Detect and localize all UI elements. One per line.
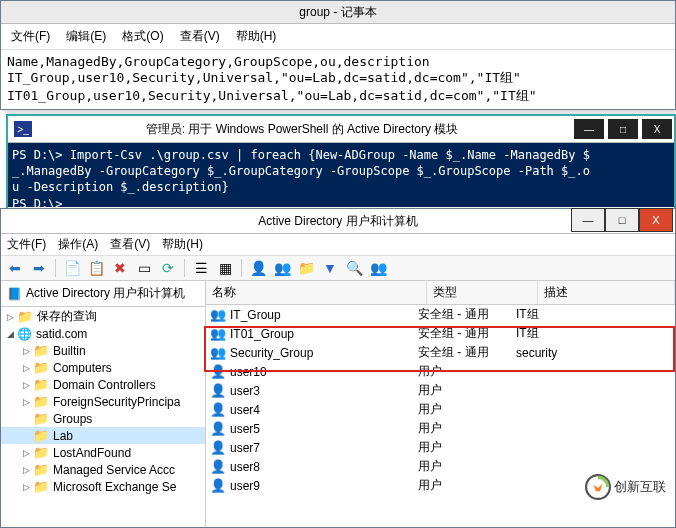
tree-saved-queries[interactable]: ▷ 📁 保存的查询 [1, 307, 205, 326]
cell-name: user8 [230, 460, 260, 474]
maximize-button[interactable]: □ [605, 208, 639, 232]
list-row[interactable]: 👤user4用户 [206, 400, 675, 419]
tree-computers[interactable]: ▷ 📁 Computers [1, 359, 205, 376]
group-icon: 👥 [210, 345, 226, 360]
expand-icon[interactable]: ▷ [23, 363, 33, 373]
new-ou-icon[interactable]: 📁 [296, 258, 316, 278]
aduc-menubar[interactable]: 文件(F) 操作(A) 查看(V) 帮助(H) [1, 234, 675, 256]
list-header[interactable]: 名称 类型 描述 [206, 281, 675, 305]
powershell-titlebar[interactable]: >_ 管理员: 用于 Windows PowerShell 的 Active D… [8, 116, 674, 143]
col-header-type[interactable]: 类型 [427, 281, 538, 304]
tree-label: Microsoft Exchange Se [53, 480, 176, 494]
list-row[interactable]: 👥IT01_Group安全组 - 通用IT组 [206, 324, 675, 343]
minimize-button[interactable]: — [571, 208, 605, 232]
powershell-content[interactable]: PS D:\> Import-Csv .\group.csv | foreach… [8, 143, 674, 207]
list-row[interactable]: 👤user5用户 [206, 419, 675, 438]
tree-label: 保存的查询 [37, 308, 97, 325]
menu-help[interactable]: 帮助(H) [232, 26, 281, 47]
aduc-win-buttons: — □ X [571, 208, 673, 232]
notepad-window: group - 记事本 文件(F) 编辑(E) 格式(O) 查看(V) 帮助(H… [0, 0, 676, 110]
menu-action[interactable]: 操作(A) [58, 236, 98, 253]
menu-view[interactable]: 查看(V) [176, 26, 224, 47]
list-row[interactable]: 👤user7用户 [206, 438, 675, 457]
tree-label: Builtin [53, 344, 86, 358]
expand-icon[interactable]: ▷ [23, 465, 33, 475]
tree-label: Lab [53, 429, 73, 443]
find-icon[interactable]: 🔍 [344, 258, 364, 278]
ps-line: u -Description $_.description} [12, 180, 229, 194]
tree-domain[interactable]: ◢ 🌐 satid.com [1, 326, 205, 342]
folder-icon: 📁 [33, 343, 49, 358]
col-header-name[interactable]: 名称 [206, 281, 427, 304]
tree-builtin[interactable]: ▷ 📁 Builtin [1, 342, 205, 359]
expand-icon[interactable]: ▷ [23, 380, 33, 390]
details-icon[interactable]: ▦ [215, 258, 235, 278]
maximize-button[interactable]: □ [607, 118, 639, 140]
menu-file[interactable]: 文件(F) [7, 236, 46, 253]
tree-mes[interactable]: ▷ 📁 Microsoft Exchange Se [1, 478, 205, 495]
refresh-icon[interactable]: ⟳ [158, 258, 178, 278]
tree-pane[interactable]: 📘 Active Directory 用户和计算机 ▷ 📁 保存的查询 ◢ 🌐 … [1, 281, 206, 527]
user-icon: 👤 [210, 478, 226, 493]
collapse-icon[interactable]: ◢ [7, 329, 17, 339]
close-button[interactable]: X [639, 208, 673, 232]
col-header-desc[interactable]: 描述 [538, 281, 675, 304]
expand-icon[interactable]: ▷ [23, 346, 33, 356]
user-icon: 👤 [210, 383, 226, 398]
notepad-line: IT_Group,user10,Security,Universal,"ou=L… [7, 69, 669, 87]
powershell-window: >_ 管理员: 用于 Windows PowerShell 的 Active D… [6, 114, 676, 210]
cell-desc: IT组 [516, 325, 675, 342]
tree-lostandfound[interactable]: ▷ 📁 LostAndFound [1, 444, 205, 461]
menu-view[interactable]: 查看(V) [110, 236, 150, 253]
list-row[interactable]: 👥Security_Group安全组 - 通用security [206, 343, 675, 362]
menu-format[interactable]: 格式(O) [118, 26, 167, 47]
list-icon[interactable]: ☰ [191, 258, 211, 278]
notepad-line: Name,ManagedBy,GroupCategory,GroupScope,… [7, 54, 669, 69]
expand-icon[interactable]: ▷ [23, 482, 33, 492]
properties-icon[interactable]: ▭ [134, 258, 154, 278]
add-to-group-icon[interactable]: 👥 [368, 258, 388, 278]
forward-icon[interactable]: ➡ [29, 258, 49, 278]
menu-help[interactable]: 帮助(H) [162, 236, 203, 253]
tree-root[interactable]: 📘 Active Directory 用户和计算机 [1, 283, 205, 307]
powershell-icon: >_ [14, 121, 32, 137]
expand-icon[interactable]: ▷ [23, 448, 33, 458]
filter-icon[interactable]: ▼ [320, 258, 340, 278]
menu-edit[interactable]: 编辑(E) [62, 26, 110, 47]
close-button[interactable]: X [641, 118, 673, 140]
back-icon[interactable]: ⬅ [5, 258, 25, 278]
aduc-toolbar[interactable]: ⬅ ➡ 📄 📋 ✖ ▭ ⟳ ☰ ▦ 👤 👥 📁 ▼ 🔍 👥 [1, 256, 675, 281]
notepad-content[interactable]: Name,ManagedBy,GroupCategory,GroupScope,… [1, 50, 675, 109]
notepad-titlebar[interactable]: group - 记事本 [1, 1, 675, 24]
tree-groups[interactable]: 📁 Groups [1, 410, 205, 427]
list-row[interactable]: 👤user10用户 [206, 362, 675, 381]
new-user-icon[interactable]: 👤 [248, 258, 268, 278]
list-row[interactable]: 👤user3用户 [206, 381, 675, 400]
tree-label: Managed Service Accc [53, 463, 175, 477]
cell-type: 用户 [418, 382, 516, 399]
folder-icon: 📁 [33, 394, 49, 409]
expand-icon[interactable]: ▷ [7, 312, 17, 322]
list-row[interactable]: 👥IT_Group安全组 - 通用IT组 [206, 305, 675, 324]
up-icon[interactable]: 📄 [62, 258, 82, 278]
watermark-logo-icon [585, 474, 611, 500]
expand-icon[interactable]: ▷ [23, 397, 33, 407]
cell-name: Security_Group [230, 346, 313, 360]
separator-icon [241, 259, 242, 277]
tree-domain-controllers[interactable]: ▷ 📁 Domain Controllers [1, 376, 205, 393]
notepad-menubar[interactable]: 文件(F) 编辑(E) 格式(O) 查看(V) 帮助(H) [1, 24, 675, 50]
tree-lab[interactable]: 📁 Lab [1, 427, 205, 444]
folder-icon: 📁 [33, 445, 49, 460]
delete-icon[interactable]: ✖ [110, 258, 130, 278]
tree-msa[interactable]: ▷ 📁 Managed Service Accc [1, 461, 205, 478]
menu-file[interactable]: 文件(F) [7, 26, 54, 47]
aduc-titlebar[interactable]: Active Directory 用户和计算机 — □ X [1, 209, 675, 234]
separator-icon [184, 259, 185, 277]
tree-label: LostAndFound [53, 446, 131, 460]
cut-icon[interactable]: 📋 [86, 258, 106, 278]
tree-fsp[interactable]: ▷ 📁 ForeignSecurityPrincipa [1, 393, 205, 410]
user-icon: 👤 [210, 421, 226, 436]
new-group-icon[interactable]: 👥 [272, 258, 292, 278]
cell-name: user7 [230, 441, 260, 455]
minimize-button[interactable]: — [573, 118, 605, 140]
